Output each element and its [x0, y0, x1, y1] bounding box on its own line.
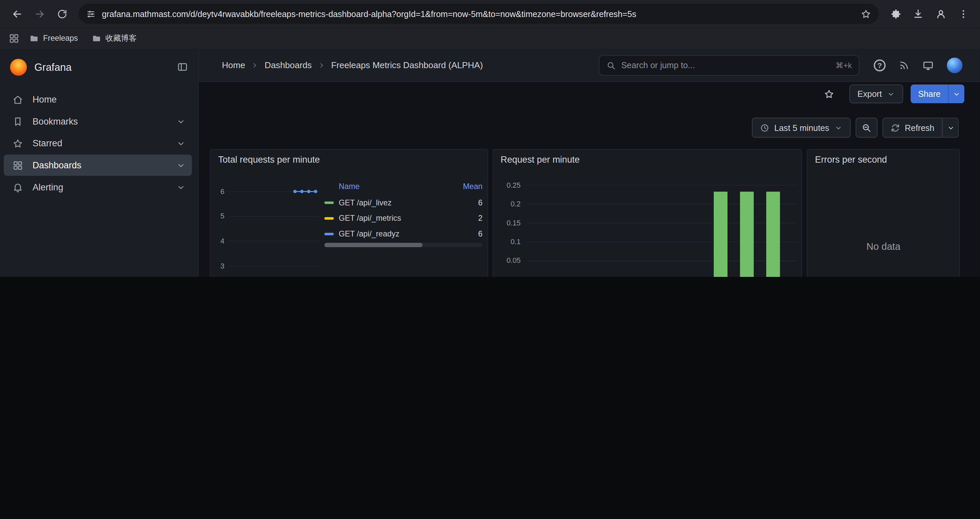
legend-col-mean[interactable]: Mean: [450, 182, 482, 191]
refresh-button[interactable]: Refresh: [882, 118, 942, 137]
series-name[interactable]: GET /api/_livez: [339, 198, 445, 207]
chevron-down-icon[interactable]: [176, 161, 185, 170]
sidebar-item-starred[interactable]: Starred: [4, 133, 192, 154]
search-placeholder: Search or jump to...: [621, 61, 695, 70]
total-requests-chart[interactable]: [228, 182, 320, 277]
sidebar-item-dashboards[interactable]: Dashboards: [4, 155, 192, 176]
legend-row: GET /api/_livez 6: [324, 195, 482, 211]
sidebar-toggle-icon[interactable]: [177, 61, 188, 73]
y-tick: 0.05: [493, 256, 520, 265]
help-icon[interactable]: ?: [873, 59, 886, 72]
request-per-minute-chart[interactable]: [527, 182, 797, 277]
topnav-icons: ?: [873, 49, 963, 82]
back-button[interactable]: [6, 3, 28, 24]
legend-header: Name Mean: [324, 178, 482, 195]
sidebar-nav: Home Bookmarks Starred Dashboards: [0, 89, 198, 198]
site-settings-icon[interactable]: [86, 9, 96, 18]
extensions-icon[interactable]: [885, 3, 906, 24]
legend-row: GET /api/_metrics 2: [324, 211, 482, 226]
bookmark-star-icon[interactable]: [861, 8, 871, 19]
zoom-out-button[interactable]: [856, 118, 878, 137]
sidebar-item-alerting[interactable]: Alerting: [4, 176, 192, 198]
sidebar-item-label: Starred: [32, 138, 62, 148]
chevron-down-icon[interactable]: [176, 117, 185, 126]
panel-errors-per-second: Errors per second No data: [807, 149, 960, 277]
series-name[interactable]: GET /api/_readyz: [339, 230, 445, 238]
browser-window: grafana.mathmast.com/d/deytv4rwavabkb/fr…: [0, 0, 980, 277]
time-range-picker[interactable]: Last 5 minutes: [752, 118, 851, 137]
sidebar-item-label: Home: [32, 94, 56, 105]
refresh-interval-caret[interactable]: [943, 118, 959, 137]
search-input[interactable]: Search or jump to... ⌘+k: [599, 55, 859, 76]
sidebar-item-bookmarks[interactable]: Bookmarks: [4, 111, 192, 132]
y-tick: 0.2: [493, 200, 520, 208]
downloads-icon[interactable]: [908, 3, 929, 24]
legend-scrollbar[interactable]: [324, 243, 482, 247]
bookmark-icon: [12, 116, 23, 127]
news-rss-icon[interactable]: [899, 60, 909, 71]
browser-menu-icon[interactable]: [953, 3, 974, 24]
favorite-star-icon[interactable]: [824, 88, 834, 99]
series-mean: 2: [450, 214, 482, 222]
home-icon: [12, 94, 23, 105]
kiosk-monitor-icon[interactable]: [923, 60, 934, 71]
user-avatar[interactable]: [947, 57, 963, 73]
time-controls: Last 5 minutes Refresh: [752, 118, 959, 137]
series-color-dash: [324, 201, 334, 203]
series-color-dash: [324, 217, 334, 219]
breadcrumb-current: Freeleaps Metrics Dashboard (ALPHA): [331, 60, 483, 70]
sidebar-item-label: Alerting: [32, 182, 63, 192]
y-tick: 0.1: [493, 237, 520, 246]
bookmark-folder-freeleaps[interactable]: Freeleaps: [26, 32, 82, 45]
share-split-button: Share: [911, 85, 964, 103]
scrollbar-thumb[interactable]: [324, 243, 422, 247]
profile-icon[interactable]: [930, 3, 951, 24]
dashboard-toolbar: Export Share: [824, 85, 964, 103]
breadcrumb-home[interactable]: Home: [222, 60, 245, 70]
sidebar-brand: Grafana: [0, 53, 198, 81]
chevron-down-icon[interactable]: [176, 139, 185, 148]
y-tick: 6: [210, 187, 224, 196]
share-button[interactable]: Share: [911, 85, 948, 103]
series-name[interactable]: GET /api/_metrics: [339, 214, 445, 222]
sidebar-item-home[interactable]: Home: [4, 89, 192, 110]
share-caret-button[interactable]: [948, 85, 964, 103]
export-label: Export: [858, 89, 882, 99]
breadcrumb-separator-icon: [251, 61, 259, 69]
y-tick: 4: [210, 236, 224, 245]
sidebar-item-label: Bookmarks: [32, 117, 78, 126]
bookmark-label: 收藏博客: [105, 33, 137, 43]
y-tick: 0.25: [493, 181, 520, 189]
time-range-label: Last 5 minutes: [774, 123, 829, 132]
legend-row: GET /api/_readyz 6: [324, 226, 482, 241]
panel-title[interactable]: Request per minute: [501, 155, 580, 164]
chevron-down-icon[interactable]: [176, 182, 185, 192]
panel-title[interactable]: Errors per second: [815, 155, 887, 164]
apps-grid-icon[interactable]: [9, 33, 19, 43]
reload-button[interactable]: [51, 3, 73, 24]
refresh-label: Refresh: [905, 123, 935, 132]
star-icon: [12, 138, 23, 149]
y-tick: 3: [210, 262, 224, 270]
y-tick: 0.15: [493, 219, 520, 227]
grafana-logo[interactable]: [10, 58, 27, 75]
panel-title[interactable]: Total requests per minute: [218, 155, 320, 164]
address-bar[interactable]: grafana.mathmast.com/d/deytv4rwavabkb/fr…: [79, 4, 878, 24]
bookmark-folder-blogs[interactable]: 收藏博客: [88, 31, 140, 45]
export-button[interactable]: Export: [849, 85, 903, 103]
no-data-message: No data: [808, 241, 959, 252]
forward-button[interactable]: [29, 3, 50, 24]
panel-total-requests: Total requests per minute 6 5 4 3 2 17:4…: [210, 149, 488, 277]
dashboard-content: Export Share Last 5 minutes: [199, 82, 980, 277]
panel-request-per-minute: Request per minute 0.25 0.2 0.15 0.1 0.0…: [492, 149, 802, 277]
series-mean: 6: [450, 198, 482, 207]
browser-toolbar: grafana.mathmast.com/d/deytv4rwavabkb/fr…: [0, 0, 980, 27]
legend-col-name[interactable]: Name: [339, 182, 445, 191]
url-text: grafana.mathmast.com/d/deytv4rwavabkb/fr…: [102, 9, 854, 18]
top-nav: Home Dashboards Freeleaps Metrics Dashbo…: [199, 49, 980, 82]
bookmarks-bar: Freeleaps 收藏博客: [0, 27, 980, 49]
dashboards-grid-icon: [12, 160, 23, 171]
sidebar: Grafana Home Bookmarks Starred: [0, 49, 199, 277]
breadcrumb-dashboards[interactable]: Dashboards: [264, 60, 312, 70]
grafana-app: Grafana Home Bookmarks Starred: [0, 49, 980, 277]
